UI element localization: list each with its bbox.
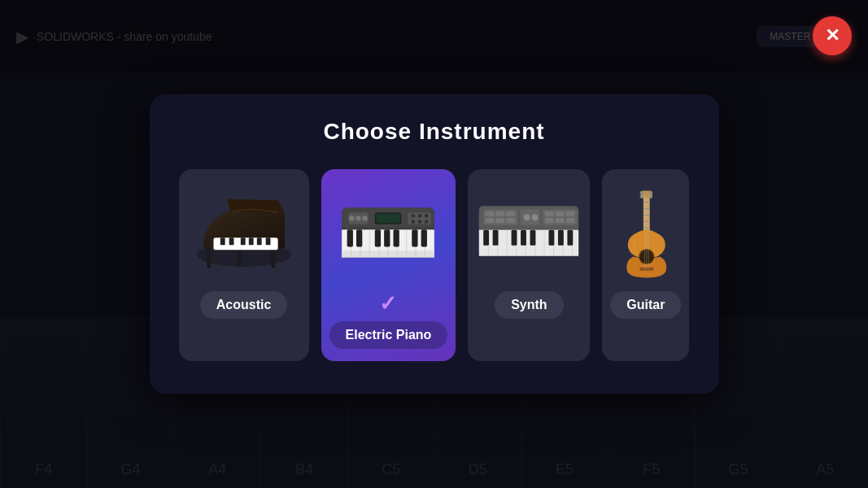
svg-rect-63 (556, 218, 565, 223)
selected-checkmark: ✓ (379, 291, 397, 316)
svg-point-57 (532, 215, 539, 221)
svg-rect-61 (566, 211, 575, 216)
svg-point-26 (425, 220, 429, 224)
svg-point-25 (418, 220, 422, 224)
svg-point-17 (363, 216, 369, 221)
svg-point-16 (356, 216, 362, 221)
electric-piano-icon (335, 194, 441, 275)
svg-rect-19 (377, 214, 400, 223)
svg-rect-80 (530, 230, 536, 246)
svg-rect-1 (207, 248, 211, 268)
svg-rect-39 (356, 229, 362, 246)
svg-rect-78 (512, 230, 517, 246)
svg-rect-53 (496, 218, 505, 223)
modal-title: Choose Instrument (182, 119, 687, 145)
svg-point-24 (412, 220, 416, 224)
svg-point-23 (425, 214, 429, 218)
svg-point-94 (649, 195, 652, 198)
svg-rect-54 (507, 218, 516, 223)
svg-point-15 (350, 216, 355, 221)
svg-rect-64 (566, 218, 575, 223)
svg-rect-7 (240, 237, 245, 245)
svg-rect-60 (556, 211, 565, 216)
close-icon: ✕ (825, 27, 840, 45)
svg-rect-38 (347, 229, 353, 246)
instrument-card-electric-piano[interactable]: ✓ Electric Piano (321, 169, 456, 361)
guitar-icon (617, 190, 674, 279)
svg-rect-41 (385, 229, 390, 246)
instrument-card-guitar[interactable]: Guitar (602, 169, 689, 361)
electric-piano-label: Electric Piano (329, 321, 448, 349)
svg-rect-8 (248, 237, 253, 245)
svg-rect-40 (375, 229, 381, 246)
guitar-label: Guitar (610, 291, 681, 319)
instrument-card-acoustic[interactable]: Acoustic (179, 169, 309, 361)
svg-point-56 (524, 215, 530, 221)
svg-rect-49 (486, 211, 495, 216)
svg-rect-50 (496, 211, 505, 216)
choose-instrument-modal: Choose Instrument (150, 94, 719, 394)
svg-rect-83 (568, 230, 574, 246)
svg-rect-52 (486, 218, 495, 223)
svg-rect-51 (507, 211, 516, 216)
svg-point-91 (639, 191, 643, 194)
svg-rect-44 (421, 229, 427, 246)
svg-rect-5 (220, 237, 225, 245)
svg-rect-77 (493, 230, 499, 246)
svg-rect-62 (545, 218, 554, 223)
svg-rect-82 (558, 230, 564, 246)
instrument-grid: Acoustic (182, 169, 687, 361)
svg-rect-42 (394, 229, 399, 246)
svg-rect-9 (256, 237, 261, 245)
svg-point-21 (412, 214, 416, 218)
svg-point-92 (639, 195, 643, 198)
svg-rect-10 (265, 237, 270, 245)
svg-rect-2 (271, 248, 275, 268)
instrument-card-synth[interactable]: Synth (468, 169, 590, 361)
synth-icon (476, 202, 582, 267)
acoustic-label: Acoustic (200, 291, 288, 319)
acoustic-piano-icon (187, 194, 301, 275)
synth-label: Synth (495, 291, 563, 319)
svg-rect-3 (237, 248, 240, 267)
svg-rect-76 (484, 230, 490, 246)
svg-point-22 (418, 214, 422, 218)
svg-rect-79 (521, 230, 526, 246)
svg-point-93 (649, 191, 652, 194)
modal-backdrop: Choose Instrument (0, 0, 868, 488)
svg-rect-81 (549, 230, 555, 246)
svg-rect-6 (229, 237, 233, 245)
guitar-icon-area (610, 185, 681, 283)
synth-icon-area (476, 185, 582, 283)
svg-rect-43 (412, 229, 418, 246)
acoustic-icon-area (187, 185, 301, 283)
svg-rect-59 (545, 211, 554, 216)
electric-piano-icon-area (329, 185, 448, 283)
close-button[interactable]: ✕ (813, 16, 852, 55)
